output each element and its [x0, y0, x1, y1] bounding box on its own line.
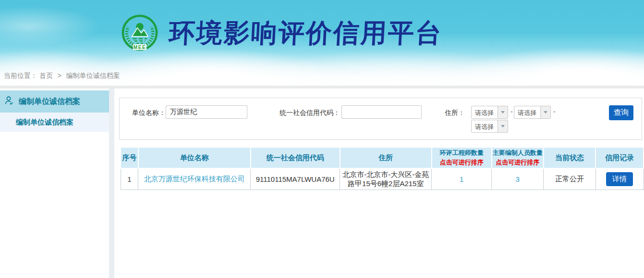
- site-header: MEE 环境影响评价信用平台 当前位置： 首页 > 编制单位诚信档案: [0, 0, 644, 86]
- breadcrumb: 当前位置： 首页 > 编制单位诚信档案: [4, 72, 120, 80]
- credit-code-label: 统一社会信用代码：: [279, 109, 340, 117]
- search-button[interactable]: 查询: [609, 105, 633, 120]
- city-select[interactable]: 请选择: [514, 106, 551, 119]
- table-row: 1 北京万源世纪环保科技有限公司 91110115MA7LWUA76U 北京市-…: [121, 168, 644, 190]
- results-table: 序号 单位名称 统一社会信用代码 住所 环评工程师数量 点击可进行排序 主要编制…: [120, 147, 644, 190]
- sidebar-subitem-label: 编制单位诚信档案: [16, 118, 73, 126]
- address-dash-2: -: [553, 108, 556, 115]
- city-select-value: 请选择: [514, 106, 540, 118]
- breadcrumb-current: 编制单位诚信档案: [66, 72, 120, 79]
- cell-index: 1: [121, 168, 138, 190]
- main-content: 单位名称： 统一社会信用代码： 住所： 请选择 - 请选择 - 请选择 查询: [114, 88, 644, 278]
- sidebar-subitem-credit-archive[interactable]: 编制单位诚信档案: [0, 113, 109, 132]
- table-header-row: 序号 单位名称 统一社会信用代码 住所 环评工程师数量 点击可进行排序 主要编制…: [121, 147, 644, 168]
- province-select-value: 请选择: [472, 106, 498, 118]
- chevron-down-icon: [498, 106, 508, 118]
- company-name-link[interactable]: 北京万源世纪环保科技有限公司: [144, 175, 245, 183]
- breadcrumb-prefix: 当前位置：: [4, 72, 37, 79]
- detail-button[interactable]: 详情: [606, 172, 633, 186]
- district-select-value: 请选择: [472, 120, 498, 132]
- staff-count-link[interactable]: 3: [516, 175, 520, 183]
- cell-credit-code: 91110115MA7LWUA76U: [251, 168, 340, 190]
- cell-address: 北京市-北京市-大兴区-金苑路甲15号6幢2层A215室: [340, 168, 432, 190]
- address-dash-1: -: [510, 108, 513, 115]
- sidebar-item-label: 编制单位诚信档案: [19, 97, 80, 107]
- address-label: 住所：: [445, 109, 465, 117]
- province-select[interactable]: 请选择: [471, 106, 508, 119]
- mee-logo-icon: MEE: [121, 14, 158, 53]
- col-header-address: 住所: [340, 147, 432, 168]
- sidebar: 编制单位诚信档案 编制单位诚信档案: [0, 88, 109, 278]
- company-name-input[interactable]: [166, 105, 247, 119]
- chevron-down-icon: [540, 106, 550, 118]
- col-header-engineer-count-sortable[interactable]: 环评工程师数量 点击可进行排序: [432, 147, 492, 168]
- breadcrumb-separator: >: [58, 72, 61, 79]
- credit-code-input[interactable]: [341, 105, 422, 119]
- cell-status: 正常公开: [544, 168, 596, 190]
- search-form-panel: 单位名称： 统一社会信用代码： 住所： 请选择 - 请选择 - 请选择 查询: [119, 98, 642, 140]
- page-title: 环境影响评价信用平台: [168, 16, 444, 51]
- sort-hint: 点击可进行排序: [493, 158, 543, 167]
- col-header-staff-count-sortable[interactable]: 主要编制人员数量 点击可进行排序: [492, 147, 544, 168]
- col-header-index: 序号: [121, 147, 138, 168]
- engineer-count-link[interactable]: 1: [460, 175, 463, 183]
- chevron-down-icon: [498, 120, 508, 132]
- company-name-label: 单位名称：: [132, 109, 166, 117]
- col-header-company-name: 单位名称: [138, 147, 251, 168]
- sort-hint: 点击可进行排序: [433, 158, 491, 167]
- logo-text: MEE: [134, 45, 146, 50]
- breadcrumb-home-link[interactable]: 首页: [39, 72, 53, 79]
- person-check-icon: [4, 95, 14, 108]
- col-header-credit-code: 统一社会信用代码: [251, 147, 340, 168]
- sidebar-divider: [109, 88, 114, 278]
- district-select[interactable]: 请选择: [471, 120, 508, 133]
- sidebar-item-credit-archive[interactable]: 编制单位诚信档案: [0, 90, 109, 113]
- col-header-status: 当前状态: [544, 147, 596, 168]
- col-header-credit-record: 信用记录: [595, 147, 644, 168]
